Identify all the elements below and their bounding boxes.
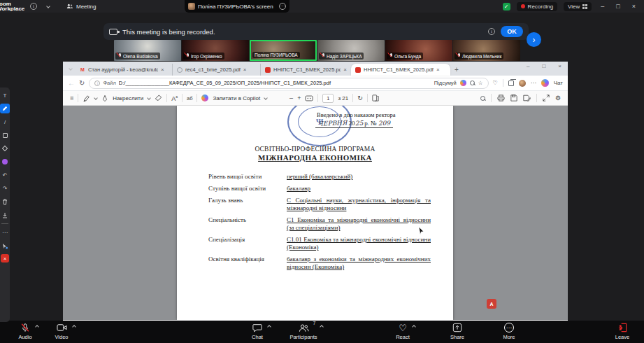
participant-name: Людмила Мельник [462,54,501,59]
video-button[interactable]: Video [42,322,81,340]
info-icon[interactable]: i [488,28,495,35]
fit-width-icon[interactable] [305,95,313,102]
tab-options-icon[interactable]: ⋯ [279,3,286,10]
page-info-icon[interactable]: i [94,80,100,86]
pen-tool-icon[interactable] [0,104,10,113]
profile-avatar[interactable] [519,80,526,87]
refresh-icon[interactable]: ↻ [79,79,85,87]
line-tool-icon[interactable]: / [0,117,10,127]
ask-copilot-label[interactable]: Запитати в Copilot [213,95,260,102]
window-close-button[interactable]: × [629,3,638,10]
video-options-chevron[interactable] [72,325,76,329]
pen-icon[interactable] [101,94,108,102]
video-tile[interactable]: Olena Budiakova [114,40,181,61]
zoom-in-icon[interactable]: + [297,94,301,102]
url-field[interactable]: i Файл D:/_______________КАФЕДРА_СЕ_05_0… [89,78,488,89]
chevron-down-icon[interactable] [94,96,98,100]
copilot-icon[interactable] [201,94,208,102]
draw-label[interactable]: Накреслити [113,95,143,102]
chat-button[interactable]: Chat [238,322,277,340]
page-number-input[interactable]: 1 [322,94,334,103]
copilot-chat-label[interactable]: Чат [554,80,563,86]
browser-tab-pdf-active[interactable]: ННІПСТ_С1_БМЕК_2025.pdf × [351,64,450,76]
pdf-viewport[interactable]: Ψ Введено в дію наказом ректора ЧЕРВНЯ 2… [63,106,568,320]
video-tile[interactable]: Ольга Бунда [385,40,452,61]
audio-button[interactable]: Audio [6,322,45,340]
video-tile-active-speaker[interactable]: Поліна ПУЗИРЬОВА [250,40,317,61]
redo-icon[interactable]: ↷ [0,183,10,193]
trash-icon[interactable] [0,197,10,206]
tab-search-icon[interactable] [69,66,73,71]
pointer-tool-icon[interactable] [0,241,10,251]
share-button[interactable]: Share [438,322,477,340]
highlighter-icon[interactable] [83,94,90,102]
leave-button[interactable]: Leave [603,322,642,340]
next-participants-button[interactable]: › [527,32,541,47]
more-button[interactable]: ⋯ More [489,322,529,340]
tab-close-icon[interactable]: × [343,66,347,73]
browser-tab-gmail[interactable]: M Стан аудиторій - keoa@knutd.co × [76,64,172,76]
eraser-icon[interactable] [155,94,162,102]
copilot-summarize-icon[interactable] [460,80,466,86]
table-of-contents-icon[interactable]: ≡ [70,94,73,102]
new-tab-button[interactable]: + [455,66,459,74]
zoom-page-icon[interactable] [470,80,475,85]
recording-dot-icon [521,4,525,8]
chevron-down-icon[interactable] [264,96,268,100]
browser-minimize-button[interactable]: – [520,62,536,71]
acrobat-float-icon[interactable]: A [487,299,496,309]
settings-menu-icon[interactable]: ⋯ [531,80,536,86]
settings-gear-icon[interactable]: ⚙ [555,94,561,102]
video-tile[interactable]: Надія ЗАРІЦЬКА [317,40,385,61]
copilot-icon[interactable] [541,79,549,87]
browser-maximize-button[interactable]: □ [536,62,552,71]
chat-options-chevron[interactable] [267,325,271,329]
save-annotation-icon[interactable] [0,210,10,220]
tab-close-icon[interactable]: × [161,66,164,73]
tab-meeting[interactable]: Meeting [66,4,96,10]
save-as-icon[interactable] [523,94,531,102]
save-icon[interactable] [510,94,517,102]
tab-close-icon[interactable]: × [436,66,440,73]
page-view-icon[interactable] [372,94,379,102]
window-maximize-button[interactable]: □ [613,3,622,10]
more-tools-icon[interactable]: ⋯ [0,227,10,237]
browser-tab-pdf1[interactable]: rec4_c1_bme_2025.pdf × [172,64,260,76]
diamond-tool-icon[interactable] [0,144,10,153]
tab-close-icon[interactable]: × [243,66,247,73]
text-tool-icon[interactable]: T [0,90,10,100]
rectangle-tool-icon[interactable] [0,130,10,140]
search-icon[interactable] [480,96,485,101]
browser-essentials-icon[interactable]: ♡ [493,80,498,86]
color-picker-icon[interactable] [0,157,10,167]
react-button[interactable]: ♡ React [383,322,422,340]
window-minimize-button[interactable]: – [598,3,607,10]
favorite-star-icon[interactable]: ☆ [478,80,483,86]
collections-icon[interactable] [508,80,514,86]
rotate-icon[interactable]: ↻ [357,94,363,102]
chevron-down-icon[interactable] [147,96,151,100]
video-tile[interactable]: Ігор Охріменко [182,40,249,61]
browser-tab-pdf2[interactable]: ННІПСТ_С1_БМЕК_2025.pdf × [260,64,351,76]
add-text-icon[interactable]: аб [187,95,192,102]
read-aloud-icon[interactable]: Aa [171,94,178,102]
print-icon[interactable] [497,94,505,102]
chevron-down-icon[interactable] [46,4,50,8]
summarize-label[interactable]: Підсумуй [434,80,457,86]
audio-options-chevron[interactable] [35,325,39,329]
video-tile[interactable]: Людмила Мельник [453,40,520,61]
undo-icon[interactable]: ↶ [0,170,10,180]
tab-shared-screen[interactable]: Поліна ПУЗИРЬОВА's screen ⋯ [185,0,289,13]
view-button[interactable]: View [564,2,592,11]
fullscreen-icon[interactable] [543,94,550,102]
info-icon[interactable]: i [30,3,37,10]
participants-button[interactable]: 7 Participants [284,322,323,340]
back-icon[interactable]: ← [68,79,75,87]
close-annotation-icon[interactable]: × [1,254,9,262]
browser-close-button[interactable]: × [552,62,568,71]
react-options-chevron[interactable] [412,325,416,329]
zoom-out-icon[interactable]: – [289,94,293,102]
security-shield-icon[interactable]: ✓ [503,3,510,10]
ok-button[interactable]: OK [501,26,523,37]
participants-options-chevron[interactable] [320,325,324,329]
